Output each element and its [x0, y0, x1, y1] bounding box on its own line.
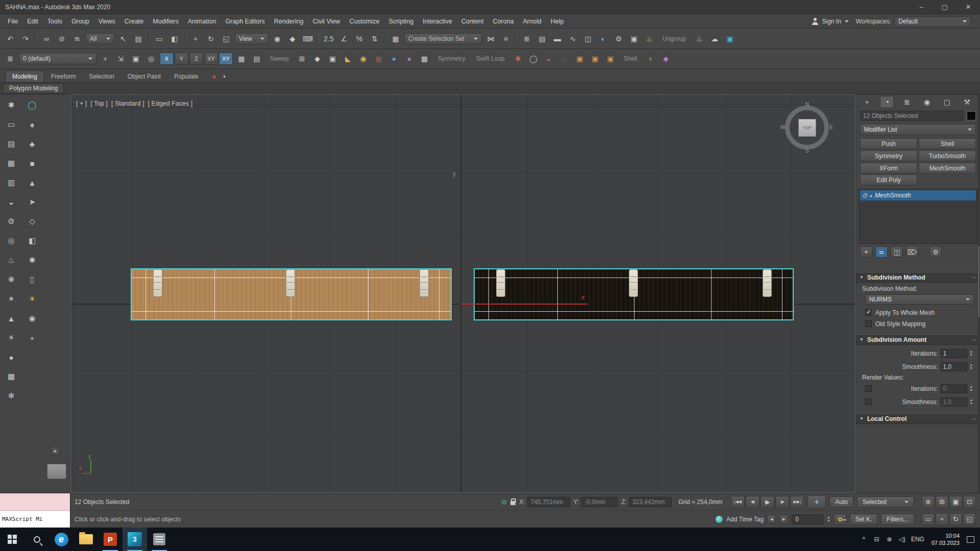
axis-constraint-button[interactable]: XY: [219, 53, 233, 65]
menu-item[interactable]: Scripting: [384, 14, 418, 28]
reference-coordinate-dropdown[interactable]: View: [235, 33, 268, 44]
weld-icon[interactable]: ◉: [356, 52, 371, 66]
layer-dropdown[interactable]: 0 (default): [19, 53, 96, 64]
percent-snap-icon[interactable]: %: [352, 32, 366, 46]
snaps-toggle-icon[interactable]: 2.5: [322, 32, 336, 46]
menu-item[interactable]: File: [3, 14, 22, 28]
rectangular-selection-icon[interactable]: ▭: [152, 32, 166, 46]
angle-snap-icon[interactable]: ∠: [337, 32, 351, 46]
checkbox-box[interactable]: [865, 320, 872, 327]
menu-item[interactable]: Animation: [183, 14, 221, 28]
set-keys-button[interactable]: +: [807, 495, 826, 509]
expand-arrow-icon[interactable]: [870, 192, 872, 199]
render-iterations-field[interactable]: 0: [941, 384, 967, 393]
maximize-button[interactable]: ▢: [933, 0, 957, 14]
viewport-label-segment[interactable]: [ + ]: [76, 100, 87, 107]
modifier-button[interactable]: Symmetry: [860, 151, 917, 161]
axis-constraint-button[interactable]: Z: [189, 53, 203, 65]
align-icon[interactable]: ≡: [499, 32, 513, 46]
add-selection-to-layer-icon[interactable]: ⇲: [113, 52, 128, 66]
ribbon-caret-icon[interactable]: ▾: [220, 73, 229, 80]
spinner-snap-icon[interactable]: ⇅: [368, 32, 382, 46]
render-iterative-icon[interactable]: ♨: [692, 32, 706, 46]
scatter-icon[interactable]: ❋: [4, 272, 19, 287]
plane-icon[interactable]: ▭: [4, 117, 19, 132]
smoothness-field[interactable]: 1,0: [941, 362, 967, 371]
key-filters-button[interactable]: Filters...: [881, 514, 914, 525]
transform-gizmo-x-axis[interactable]: [461, 304, 588, 305]
spinner-arrows[interactable]: ▲▼: [970, 363, 973, 370]
minimize-button[interactable]: –: [910, 0, 933, 14]
tree-icon[interactable]: ♠: [24, 117, 40, 132]
viewcube[interactable]: TOP N S W E: [782, 103, 831, 152]
attach-icon[interactable]: ▣: [603, 52, 618, 66]
rollout-header[interactable]: ▼ Subdivision Amount ▪▪: [856, 334, 980, 345]
quad-chamfer-icon[interactable]: +: [643, 52, 657, 66]
curve-editor-icon[interactable]: ∿: [566, 32, 580, 46]
clock[interactable]: 10:04 07.03.2023: [927, 532, 964, 546]
helper-icon[interactable]: +: [24, 330, 40, 345]
view-align-icon[interactable]: ▤: [250, 52, 264, 66]
taskbar-app-edge[interactable]: e: [49, 528, 74, 551]
soft-selection-icon[interactable]: ◌: [557, 52, 572, 66]
zoom-extents-all-icon[interactable]: ⊡: [963, 496, 976, 508]
relax-icon[interactable]: ◯: [526, 52, 541, 66]
grid-icon[interactable]: ▦: [4, 156, 19, 171]
ribbon-tab[interactable]: Object Paint: [121, 71, 167, 82]
box-icon[interactable]: ■: [24, 156, 40, 171]
notification-button[interactable]: [964, 528, 977, 551]
viewport-top[interactable]: [ + ][ Top ][ Standard ][ Edged Faces ]: [70, 94, 855, 493]
edit-poly-button[interactable]: Edit Poly: [860, 174, 917, 185]
isolate-selection-icon[interactable]: ⊙: [501, 498, 507, 506]
menu-item[interactable]: Group: [67, 14, 94, 28]
hierarchy-tab-icon[interactable]: ≣: [900, 96, 914, 108]
material-editor-icon[interactable]: ◐: [596, 32, 610, 46]
detach-icon[interactable]: ▣: [588, 52, 602, 66]
y-coordinate-field[interactable]: -0,0mm: [581, 497, 618, 507]
menu-item[interactable]: Modifiers: [148, 14, 183, 28]
menu-item[interactable]: Content: [457, 14, 488, 28]
select-and-link-icon[interactable]: ∞: [39, 32, 54, 46]
window-crossing-icon[interactable]: ◧: [167, 32, 182, 46]
set-current-layer-icon[interactable]: ◎: [144, 52, 158, 66]
polygon-icon[interactable]: ◇: [24, 214, 40, 229]
create-layer-icon[interactable]: +: [98, 52, 112, 66]
maxscript-listener-row[interactable]: MAXScript Mi: [0, 511, 70, 528]
modifier-button[interactable]: MeshSmooth: [919, 163, 976, 173]
target-weld-icon[interactable]: ◎: [372, 52, 386, 66]
swift-loop-label[interactable]: Swift Loop: [472, 55, 509, 62]
viewcube-east[interactable]: E: [829, 124, 833, 130]
menu-item[interactable]: Views: [94, 14, 120, 28]
set-key-button[interactable]: Set K.: [850, 514, 878, 525]
paint-tool-icon[interactable]: ✱: [4, 97, 19, 113]
next-key-button[interactable]: ▶: [779, 515, 788, 524]
foliage-icon[interactable]: ♣: [24, 136, 40, 152]
sweep-label[interactable]: Sweep: [265, 55, 293, 62]
network-icon[interactable]: ⊟: [870, 528, 883, 551]
zoom-icon[interactable]: ⊕: [922, 496, 935, 508]
play-button[interactable]: ▶: [761, 496, 774, 508]
display-tab-icon[interactable]: ▢: [940, 96, 954, 108]
select-and-manipulate-icon[interactable]: ◆: [285, 32, 300, 46]
axis-constraint-button[interactable]: XY: [204, 53, 218, 65]
bevel-icon[interactable]: ◆: [310, 52, 325, 66]
key-selection-dropdown[interactable]: Selected: [857, 496, 914, 508]
modifier-button[interactable]: TurboSmooth: [919, 151, 976, 161]
snowflake-icon[interactable]: ✻: [4, 388, 19, 404]
maxscript-macro-row[interactable]: [0, 493, 70, 511]
zoom-region-icon[interactable]: ▭: [922, 513, 935, 525]
select-and-move-icon[interactable]: +: [188, 32, 203, 46]
modifier-button[interactable]: Shell: [919, 138, 976, 149]
named-selection-set-dropdown[interactable]: Create Selection Set: [404, 33, 482, 44]
modifier-list-dropdown[interactable]: Modifier List: [860, 124, 976, 135]
taskbar-app-notes[interactable]: [147, 528, 172, 551]
selection-lock-icon[interactable]: [510, 501, 516, 505]
viewport-label-segment[interactable]: [ Standard ]: [111, 100, 144, 107]
pin-stack-icon[interactable]: ⌖: [860, 246, 872, 258]
menu-item[interactable]: Tools: [43, 14, 67, 28]
extrude-icon[interactable]: ⊞: [295, 52, 309, 66]
scene-explorer-icon[interactable]: ≣: [520, 32, 534, 46]
spinner-arrows[interactable]: ▲▼: [970, 350, 973, 357]
menu-item[interactable]: Help: [546, 14, 569, 28]
modify-tab-icon[interactable]: ◔: [880, 96, 894, 108]
